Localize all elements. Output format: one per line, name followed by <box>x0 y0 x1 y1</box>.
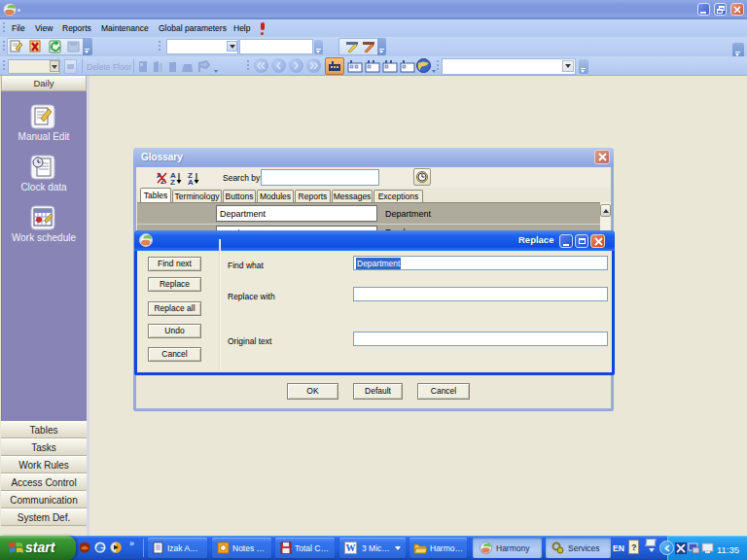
svg-text:A: A <box>188 178 194 186</box>
svg-text:Z: Z <box>170 178 175 186</box>
